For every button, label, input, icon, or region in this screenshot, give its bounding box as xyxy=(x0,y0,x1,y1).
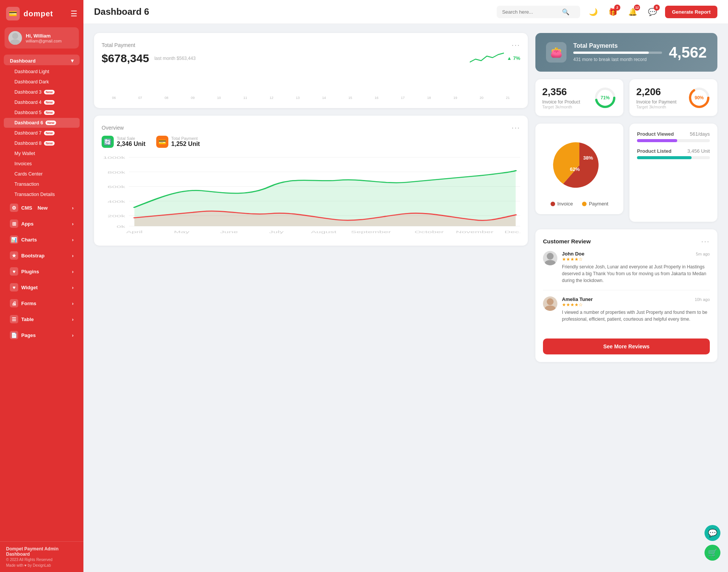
invoice-product-donut: 71% xyxy=(594,86,617,109)
hamburger-button[interactable]: ☰ xyxy=(71,9,77,18)
pie-legend: Invoice Payment xyxy=(543,201,616,207)
review-item-1: John Doe 5m ago ★★★★☆ Friendly service J… xyxy=(543,251,710,290)
chevron-right-icon: › xyxy=(72,253,74,259)
overview-card: Overview ··· 🔄 Total Sale 2,346 Unit xyxy=(94,116,528,246)
svg-point-1 xyxy=(10,39,20,45)
listed-bar xyxy=(637,156,710,159)
sidebar-item-widget[interactable]: ♥ Widget › xyxy=(4,280,80,295)
sidebar-item-charts[interactable]: 📊 Charts › xyxy=(4,232,80,247)
svg-text:1000k: 1000k xyxy=(103,156,126,160)
sidebar-item-dashboard8[interactable]: Dashboard 8New xyxy=(4,138,80,148)
bell-button[interactable]: 🔔12 xyxy=(626,5,640,19)
product-viewed-row: Product Viewed 561/days xyxy=(637,131,710,142)
sidebar-item-dashboard5[interactable]: Dashboard 5New xyxy=(4,108,80,118)
area-chart: 1000k 800k 600k 400k 200k 0k April xyxy=(102,153,520,237)
reviewer-2-avatar xyxy=(543,296,557,311)
viewed-bar-fill xyxy=(637,139,677,142)
overview-label: Overview xyxy=(102,125,124,131)
moon-button[interactable]: 🌙 xyxy=(586,5,601,19)
sidebar-footer: Dompet Payment Admin Dashboard © 2023 Al… xyxy=(0,541,83,572)
svg-text:October: October xyxy=(415,230,444,234)
sidebar-item-transaction-details[interactable]: Transaction Details xyxy=(4,190,80,199)
sidebar-item-cms[interactable]: ⚙ CMS New › xyxy=(4,200,80,215)
widget-icon: ♥ xyxy=(10,283,18,291)
overview-legend: 🔄 Total Sale 2,346 Unit 💳 xyxy=(102,136,520,148)
svg-text:400k: 400k xyxy=(108,199,126,204)
chevron-right-icon: › xyxy=(72,269,74,274)
support-fab[interactable]: 💬 xyxy=(704,525,720,541)
gift-button[interactable]: 🎁2 xyxy=(606,5,620,19)
profile-name: Hi, William xyxy=(26,33,61,39)
svg-text:800k: 800k xyxy=(108,170,126,174)
sidebar: 💳 dompet ☰ Hi, William william@gmail.com… xyxy=(0,0,83,572)
generate-report-button[interactable]: Generate Report xyxy=(665,6,717,18)
sidebar-item-forms[interactable]: 🖨 Forms › xyxy=(4,296,80,311)
payment-trend: ▲ 7% xyxy=(507,55,520,61)
total-payment-more[interactable]: ··· xyxy=(511,41,520,49)
overview-more[interactable]: ··· xyxy=(511,123,520,132)
sidebar-item-dashboard-dark[interactable]: Dashboard Dark xyxy=(4,77,80,87)
payment-legend: Payment xyxy=(582,201,608,207)
chat-button[interactable]: 💬5 xyxy=(645,5,660,19)
viewed-bar xyxy=(637,139,710,142)
invoice-product-card: 2,356 Invoice for Product Target 3k/mont… xyxy=(535,79,623,116)
svg-text:June: June xyxy=(220,230,238,234)
bar-chart: (function(){ const data2 = JSON.parse(do… xyxy=(102,70,520,100)
listed-value: 3,456 Unit xyxy=(687,148,710,154)
content-area: Total Payment ··· $678,345 last month $5… xyxy=(83,24,728,572)
tpw-label: Total Payments xyxy=(573,42,662,49)
sidebar-item-wallet[interactable]: My Wallet xyxy=(4,149,80,158)
search-input[interactable] xyxy=(502,9,559,15)
sidebar-item-dashboard6[interactable]: Dashboard 6New xyxy=(4,118,80,128)
svg-text:Dec.: Dec. xyxy=(505,230,520,234)
svg-text:May: May xyxy=(174,230,190,234)
invoice-payment-pct: 90% xyxy=(695,95,704,100)
table-icon: ☰ xyxy=(10,315,18,323)
sidebar-item-bootstrap[interactable]: ★ Bootstrap › xyxy=(4,248,80,263)
review-item-2: Amelia Tuner 10h ago ★★★★☆ I viewed a nu… xyxy=(543,296,710,329)
sidebar-item-dashboard-light[interactable]: Dashboard Light xyxy=(4,67,80,77)
review-more[interactable]: ··· xyxy=(701,237,710,246)
chevron-right-icon: › xyxy=(72,237,74,243)
svg-text:200k: 200k xyxy=(108,214,126,218)
pie-chart-wrap: 62% 38% xyxy=(543,135,616,196)
sidebar-profile: Hi, William william@gmail.com xyxy=(5,27,79,49)
tpw-progress-bar xyxy=(573,52,649,54)
sidebar-item-dashboard7[interactable]: Dashboard 7New xyxy=(4,128,80,138)
main-content: Dashboard 6 🔍 🌙 🎁2 🔔12 💬5 Generate Repor… xyxy=(83,0,728,572)
cms-icon: ⚙ xyxy=(10,204,18,212)
sidebar-item-table[interactable]: ☰ Table › xyxy=(4,312,80,327)
search-bar[interactable]: 🔍 xyxy=(497,6,580,18)
product-stats-card: Product Viewed 561/days Product Listed 3… xyxy=(629,124,717,222)
see-more-reviews-button[interactable]: See More Reviews xyxy=(543,338,710,354)
tpw-sub: 431 more to break last month record xyxy=(573,57,662,62)
cart-fab[interactable]: 🛒 xyxy=(704,545,720,561)
sidebar-item-invoices[interactable]: Invoices xyxy=(4,159,80,169)
sidebar-item-transaction[interactable]: Transaction xyxy=(4,179,80,189)
reviewer-2-time: 10h ago xyxy=(695,297,710,302)
total-payments-wide-card: 👛 Total Payments 431 more to break last … xyxy=(535,33,717,72)
viewed-value: 561/days xyxy=(690,131,710,137)
listed-bar-fill xyxy=(637,156,692,159)
reviewer-1-text: Friendly service Josh, Lunar and everyon… xyxy=(562,263,710,284)
sidebar-item-plugins[interactable]: ♥ Plugins › xyxy=(4,264,80,279)
sidebar-item-cards-center[interactable]: Cards Center xyxy=(4,169,80,179)
reviewer-2-name: Amelia Tuner xyxy=(562,296,593,302)
chevron-right-icon: › xyxy=(72,285,74,290)
chevron-right-icon: › xyxy=(72,332,74,338)
total-sale-icon: 🔄 xyxy=(102,136,114,148)
gift-badge: 2 xyxy=(614,5,620,11)
sidebar-item-pages[interactable]: 📄 Pages › xyxy=(4,328,80,343)
left-column: Total Payment ··· $678,345 last month $5… xyxy=(94,33,528,362)
sidebar-item-dashboard4[interactable]: Dashboard 4New xyxy=(4,97,80,107)
svg-text:600k: 600k xyxy=(108,185,126,189)
sidebar-item-apps[interactable]: ⊞ Apps › xyxy=(4,216,80,231)
sidebar-item-dashboard3[interactable]: Dashboard 3New xyxy=(4,87,80,97)
invoice-product-pct: 71% xyxy=(601,95,610,100)
dashboard-section[interactable]: Dashboard ▾ xyxy=(4,55,80,65)
sidebar-logo: 💳 dompet ☰ xyxy=(0,0,83,27)
invoice-payment-amount: 2,206 xyxy=(636,86,676,98)
svg-point-31 xyxy=(545,260,555,265)
invoice-row: 2,356 Invoice for Product Target 3k/mont… xyxy=(535,79,717,116)
forms-icon: 🖨 xyxy=(10,299,18,307)
